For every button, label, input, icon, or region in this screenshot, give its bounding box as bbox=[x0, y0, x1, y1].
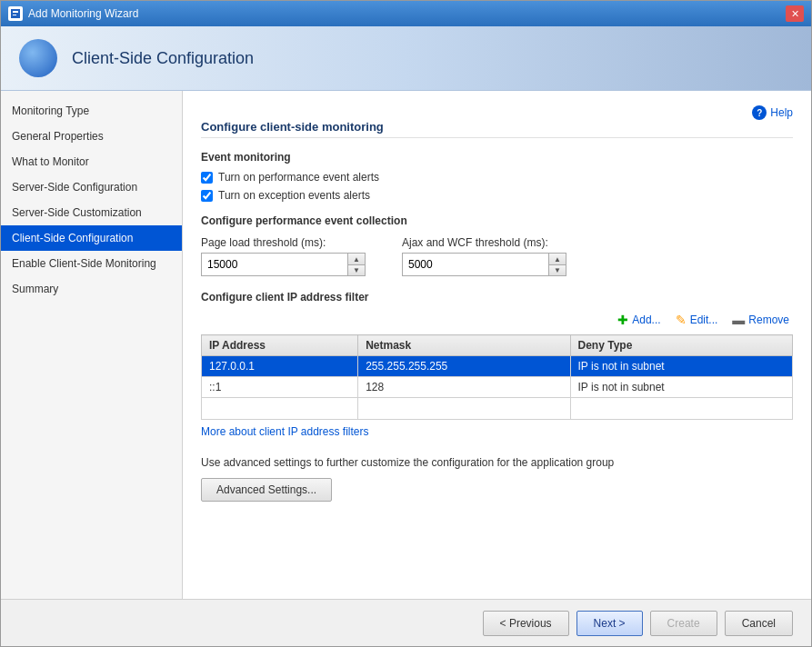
page-load-group: Page load threshold (ms): ▲ ▼ bbox=[201, 236, 366, 276]
main-content: Monitoring Type General Properties What … bbox=[1, 91, 811, 599]
svg-rect-0 bbox=[11, 9, 20, 18]
ajax-spinner-buttons: ▲ ▼ bbox=[548, 254, 566, 275]
ajax-input[interactable] bbox=[403, 254, 548, 275]
sidebar-item-enable-client-side[interactable]: Enable Client-Side Monitoring bbox=[1, 251, 182, 276]
close-button[interactable]: ✕ bbox=[786, 5, 804, 22]
create-button[interactable]: Create bbox=[650, 611, 717, 636]
svg-rect-2 bbox=[13, 15, 16, 15]
title-bar-left: Add Monitoring Wizard bbox=[8, 6, 138, 21]
remove-icon: ▬ bbox=[732, 313, 745, 327]
add-button[interactable]: ✚ Add... bbox=[614, 311, 664, 329]
footer: < Previous Next > Create Cancel bbox=[1, 599, 811, 646]
previous-button[interactable]: < Previous bbox=[483, 611, 569, 636]
sidebar-item-monitoring-type[interactable]: Monitoring Type bbox=[1, 98, 182, 124]
add-icon: ✚ bbox=[617, 313, 628, 327]
window-title: Add Monitoring Wizard bbox=[28, 7, 138, 20]
wizard-window: Add Monitoring Wizard ✕ Client-Side Conf… bbox=[0, 0, 812, 647]
sidebar-item-server-side-config[interactable]: Server-Side Configuration bbox=[1, 174, 182, 200]
cell-deny: IP is not in subnet bbox=[570, 356, 792, 377]
page-load-down-button[interactable]: ▼ bbox=[348, 264, 365, 275]
cancel-button[interactable]: Cancel bbox=[725, 611, 793, 636]
help-icon: ? bbox=[752, 105, 767, 120]
performance-collection-title: Configure performance event collection bbox=[201, 214, 793, 227]
wizard-icon bbox=[8, 6, 23, 21]
edit-button[interactable]: ✎ Edit... bbox=[672, 311, 722, 329]
cell-deny: IP is not in subnet bbox=[570, 377, 792, 398]
sidebar-item-client-side-config[interactable]: Client-Side Configuration bbox=[1, 225, 182, 251]
ajax-group: Ajax and WCF threshold (ms): ▲ ▼ bbox=[402, 236, 566, 276]
sidebar-item-what-to-monitor[interactable]: What to Monitor bbox=[1, 149, 182, 174]
exception-checkbox[interactable] bbox=[201, 190, 213, 202]
col-ip: IP Address bbox=[202, 335, 358, 356]
ip-filter-title: Configure client IP address filter bbox=[201, 291, 793, 304]
next-button[interactable]: Next > bbox=[576, 611, 643, 636]
sidebar-item-general-properties[interactable]: General Properties bbox=[1, 124, 182, 149]
col-netmask: Netmask bbox=[358, 335, 570, 356]
page-title: Client-Side Configuration bbox=[72, 49, 254, 68]
sidebar-item-server-side-custom[interactable]: Server-Side Customization bbox=[1, 200, 182, 225]
ajax-down-button[interactable]: ▼ bbox=[549, 264, 566, 275]
ip-toolbar: ✚ Add... ✎ Edit... ▬ Remove bbox=[201, 311, 793, 329]
page-load-spinner-buttons: ▲ ▼ bbox=[347, 254, 365, 275]
col-deny-type: Deny Type bbox=[570, 335, 792, 356]
cell-netmask: 128 bbox=[358, 377, 570, 398]
section-title: Configure client-side monitoring bbox=[201, 120, 793, 138]
help-link[interactable]: ? Help bbox=[752, 105, 793, 120]
exception-checkbox-label: Turn on exception events alerts bbox=[218, 189, 370, 202]
page-load-spinner: ▲ ▼ bbox=[201, 253, 366, 276]
cell-ip: ::1 bbox=[202, 377, 358, 398]
threshold-inputs: Page load threshold (ms): ▲ ▼ Ajax and W… bbox=[201, 236, 793, 276]
content-area: ? Help Configure client-side monitoring … bbox=[183, 91, 811, 599]
advanced-settings-button[interactable]: Advanced Settings... bbox=[201, 478, 332, 502]
cell-netmask: 255.255.255.255 bbox=[358, 356, 570, 377]
header-banner: Client-Side Configuration bbox=[1, 26, 811, 91]
advanced-section: Use advanced settings to further customi… bbox=[201, 456, 793, 502]
page-load-input[interactable] bbox=[202, 254, 347, 275]
page-load-label: Page load threshold (ms): bbox=[201, 236, 366, 249]
sidebar-item-summary[interactable]: Summary bbox=[1, 276, 182, 302]
edit-icon: ✎ bbox=[676, 313, 687, 327]
svg-rect-1 bbox=[13, 11, 18, 13]
ajax-spinner: ▲ ▼ bbox=[402, 253, 566, 276]
page-load-up-button[interactable]: ▲ bbox=[348, 254, 365, 264]
ajax-up-button[interactable]: ▲ bbox=[549, 254, 566, 264]
table-row[interactable]: 127.0.0.1 255.255.255.255 IP is not in s… bbox=[202, 356, 793, 377]
advanced-description: Use advanced settings to further customi… bbox=[201, 456, 793, 469]
remove-button[interactable]: ▬ Remove bbox=[728, 311, 793, 329]
performance-checkbox-label: Turn on performance event alerts bbox=[218, 171, 379, 184]
cell-ip: 127.0.0.1 bbox=[202, 356, 358, 377]
table-row-empty bbox=[202, 398, 793, 420]
more-link[interactable]: More about client IP address filters bbox=[201, 425, 369, 438]
ajax-label: Ajax and WCF threshold (ms): bbox=[402, 236, 566, 249]
checkbox-row-performance: Turn on performance event alerts bbox=[201, 171, 793, 184]
header-icon bbox=[19, 39, 57, 77]
performance-checkbox[interactable] bbox=[201, 172, 213, 184]
sidebar: Monitoring Type General Properties What … bbox=[1, 91, 183, 599]
checkbox-row-exception: Turn on exception events alerts bbox=[201, 189, 793, 202]
title-bar: Add Monitoring Wizard ✕ bbox=[1, 1, 811, 26]
ip-filter-section: Configure client IP address filter ✚ Add… bbox=[201, 291, 793, 438]
table-row[interactable]: ::1 128 IP is not in subnet bbox=[202, 377, 793, 398]
ip-table: IP Address Netmask Deny Type 127.0.0.1 2… bbox=[201, 334, 793, 420]
event-monitoring-title: Event monitoring bbox=[201, 151, 793, 164]
